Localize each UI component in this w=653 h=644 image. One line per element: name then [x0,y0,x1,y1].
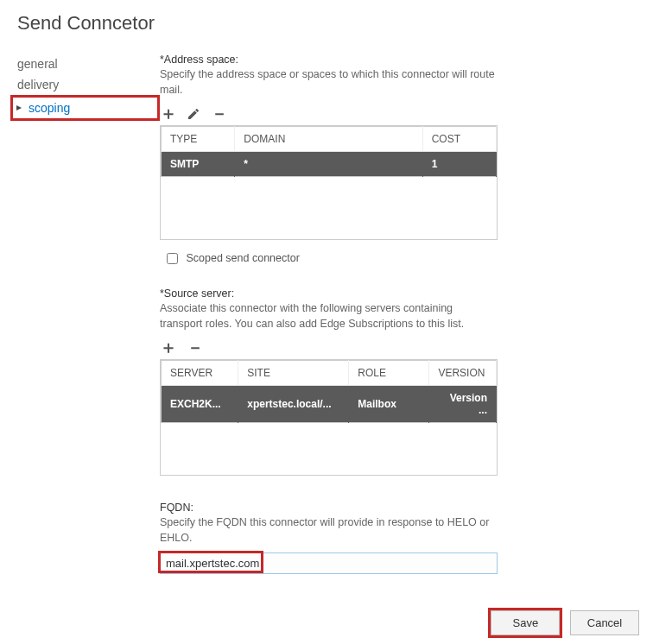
main-panel: *Address space: Specify the address spac… [160,47,653,574]
address-space-help: Specify the address space or spaces to w… [160,67,498,98]
source-server-toolbar: ＋ － [160,338,498,356]
sidebar-item-scoping[interactable]: scoping [10,95,160,121]
add-icon[interactable]: ＋ [160,338,177,356]
cell-domain: * [235,152,422,177]
save-button[interactable]: Save [491,610,560,635]
scoped-checkbox-row: Scoped send connector [163,250,498,267]
cell-version: Version ... [429,386,497,423]
table-row[interactable]: SMTP * 1 [162,152,497,177]
source-server-help: Associate this connector with the follow… [160,301,498,331]
col-version: VERSION [429,361,497,386]
source-server-label: *Source server: [160,287,498,300]
cell-server: EXCH2K... [162,386,238,423]
sidebar: general delivery scoping [0,47,160,574]
source-server-grid: SERVER SITE ROLE VERSION EXCH2K... xpert… [160,359,498,476]
address-space-grid: TYPE DOMAIN COST SMTP * 1 [160,125,498,240]
add-icon[interactable]: ＋ [160,104,177,122]
remove-icon[interactable]: － [211,104,228,122]
col-cost: COST [422,127,496,152]
cell-role: Mailbox [349,386,429,423]
address-space-toolbar: ＋ － [160,104,498,122]
fqdn-input[interactable] [160,552,498,574]
remove-icon[interactable]: － [187,338,204,356]
fqdn-label: FQDN: [160,502,498,514]
sidebar-item-delivery[interactable]: delivery [10,74,160,95]
col-type: TYPE [162,127,235,152]
table-row[interactable]: EXCH2K... xpertstec.local/... Mailbox Ve… [162,386,497,423]
page-title: Send Conncetor [0,0,653,47]
scoped-checkbox-label: Scoped send connector [186,252,299,264]
cell-site: xpertstec.local/... [238,386,349,423]
col-server: SERVER [162,361,238,386]
col-role: ROLE [349,361,429,386]
cell-type: SMTP [162,152,235,177]
footer: Save Cancel [484,610,639,635]
scoped-checkbox[interactable] [167,253,178,264]
address-space-label: *Address space: [160,54,498,66]
col-domain: DOMAIN [235,127,422,152]
edit-icon[interactable] [187,104,200,122]
cell-cost: 1 [422,152,496,177]
fqdn-help: Specify the FQDN this connector will pro… [160,515,498,546]
cancel-button[interactable]: Cancel [570,610,639,635]
sidebar-item-general[interactable]: general [10,54,160,74]
col-site: SITE [238,361,349,386]
